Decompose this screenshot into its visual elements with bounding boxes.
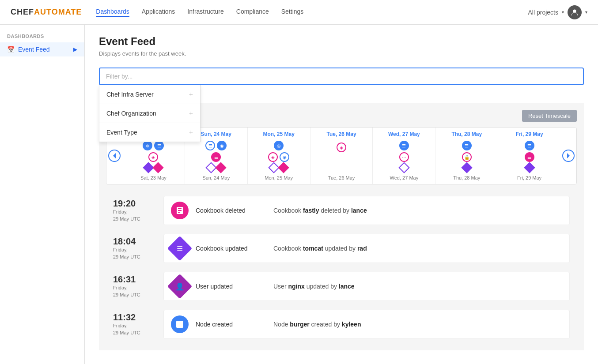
feed-entry-2: 👤 User updated User nginx updated by lan… — [163, 272, 570, 301]
nav-right: All projects ▾ ▾ — [528, 5, 587, 19]
event-icon: ☰ — [154, 141, 164, 150]
feed-event-name-2: User updated — [196, 283, 266, 290]
event-icon: ☰ — [399, 141, 409, 150]
filter-container: Chef Infra Server + Chef Organization + … — [99, 68, 584, 85]
cal-day-wed-27: Wed, 27 May ☰ ⋯ — [373, 128, 435, 184]
nav-dashboards[interactable]: Dashboards — [96, 8, 129, 17]
main-layout: DASHBOARDS 📅 Event Feed ▶ Event Feed Dis… — [0, 25, 598, 364]
cal-day-footer-thu: Thu, 28 May — [453, 175, 480, 180]
cal-day-footer-sun: Sun, 24 May — [202, 175, 230, 180]
feed-icon-user-updated: 👤 — [167, 274, 193, 299]
dropdown-label-chef-infra-server: Chef Infra Server — [106, 91, 154, 98]
cal-day-tue-26: Tue, 26 May ◈ Tue, 26 May — [310, 128, 373, 184]
projects-chevron-icon: ▾ — [562, 10, 564, 15]
event-icon: ◉ — [217, 141, 227, 150]
prev-nav-circle — [108, 150, 121, 162]
main-inner: Event Feed Displays events for the past … — [85, 25, 598, 364]
cal-day-footer-wed: Wed, 27 May — [390, 175, 419, 180]
logo[interactable]: CHEFAUTOMATE — [11, 8, 82, 17]
cal-day-footer-mon: Mon, 25 May — [265, 175, 293, 180]
cal-day-footer-tue: Tue, 26 May — [328, 175, 355, 180]
feed-time-hour-2: 16:31 — [113, 274, 155, 285]
feed-time-date-1: Friday, 29 May UTC — [113, 247, 155, 260]
filter-input[interactable] — [99, 68, 584, 85]
feed-time-3: 11:32 Friday, 29 May UTC — [106, 305, 155, 343]
feed-time-hour-1: 18:04 — [113, 236, 155, 247]
feed-event-name-3: Node created — [196, 321, 266, 328]
feed-section: 19:20 Friday, 29 May UTC Cookbook delete… — [106, 191, 577, 343]
feed-event-name-0: Cookbook deleted — [196, 207, 266, 214]
sidebar-item-label: Event Feed — [18, 46, 50, 53]
cal-day-mon-25: Mon, 25 May ◎ ◈ ◉ — [248, 128, 310, 184]
feed-time-date-3: Friday, 29 May UTC — [113, 323, 155, 336]
event-icon: ☰ — [525, 152, 534, 162]
sidebar-section-label: DASHBOARDS — [0, 34, 84, 42]
cal-events-wed: ☰ ⋯ — [375, 141, 433, 172]
cal-events-mon: ◎ ◈ ◉ — [250, 141, 308, 172]
feed-event-desc-3: Node burger created by kyleen — [273, 321, 361, 328]
event-icon: ☰ — [462, 141, 472, 150]
cal-day-header-thu: Thu, 28 May — [451, 131, 482, 137]
event-diamond-icon — [278, 162, 289, 173]
event-icon: ☰ — [211, 152, 221, 162]
feed-icon-node-created — [171, 315, 189, 333]
feed-event-desc-1: Cookbook tomcat updated by rad — [273, 245, 367, 252]
logo-automate: AUTOMATE — [34, 8, 82, 17]
feed-entry-3: Node created Node burger created by kyle… — [163, 310, 570, 339]
sidebar-expand-icon: ▶ — [73, 46, 77, 53]
dropdown-label-event-type: Event Type — [106, 129, 137, 136]
event-diamond-icon — [524, 162, 535, 173]
feed-time-1: 18:04 Friday, 29 May UTC — [106, 229, 155, 267]
nav-applications[interactable]: Applications — [142, 8, 175, 17]
cal-day-header-tue: Tue, 26 May — [326, 131, 356, 137]
event-icon: ☰ — [205, 141, 215, 150]
reset-timescale-button[interactable]: Reset Timescale — [522, 110, 577, 122]
event-icon: ⊕ — [143, 141, 152, 150]
feed-entry-0: Cookbook deleted Cookbook fastly deleted… — [163, 196, 570, 225]
feed-time-date-0: Friday, 29 May UTC — [113, 209, 155, 222]
user-chevron-icon: ▾ — [585, 10, 587, 15]
dropdown-plus-icon-2: + — [189, 128, 193, 136]
nav-infrastructure[interactable]: Infrastructure — [187, 8, 223, 17]
cal-day-fri-29: Fri, 29 May ☰ ☰ — [498, 128, 560, 184]
user-avatar[interactable] — [568, 5, 582, 19]
page-title: Event Feed — [99, 35, 584, 48]
event-diamond-icon — [153, 162, 164, 173]
feed-time-hour-3: 11:32 — [113, 312, 155, 323]
feed-entry-1: ☰ Cookbook updated Cookbook tomcat updat… — [163, 234, 570, 263]
event-icon: ☰ — [525, 141, 534, 150]
cal-day-header-mon: Mon, 25 May — [263, 131, 294, 137]
cal-events-fri: ☰ ☰ — [500, 141, 559, 172]
dropdown-item-chef-infra-server[interactable]: Chef Infra Server + — [99, 85, 200, 104]
event-icon: 🔒 — [462, 152, 472, 162]
sidebar-item-event-feed[interactable]: 📅 Event Feed ▶ — [0, 42, 84, 56]
event-diamond-icon — [216, 162, 227, 173]
feed-row-3: 11:32 Friday, 29 May UTC Node created — [106, 305, 577, 343]
dropdown-item-chef-organization[interactable]: Chef Organization + — [99, 104, 200, 123]
cal-day-footer-sat: Sat, 23 May — [140, 175, 167, 180]
event-icon: ◈ — [148, 152, 158, 162]
nav-settings[interactable]: Settings — [281, 8, 304, 17]
cal-day-header-sun: Sun, 24 May — [201, 131, 231, 137]
main-content: Event Feed Displays events for the past … — [85, 25, 598, 364]
sidebar: DASHBOARDS 📅 Event Feed ▶ — [0, 25, 85, 364]
cal-day-header-wed: Wed, 27 May — [388, 131, 420, 137]
feed-time-0: 19:20 Friday, 29 May UTC — [106, 191, 155, 229]
feed-row-0: 19:20 Friday, 29 May UTC Cookbook delete… — [106, 191, 577, 229]
feed-icon-cookbook-deleted — [171, 202, 189, 219]
event-diamond-icon — [398, 162, 409, 173]
projects-label[interactable]: All projects — [528, 9, 558, 16]
dropdown-plus-icon-0: + — [189, 90, 193, 98]
calendar-next-button[interactable] — [560, 128, 576, 184]
event-icon: ⋯ — [399, 152, 409, 162]
feed-event-name-1: Cookbook updated — [196, 245, 266, 252]
page-subtitle: Displays events for the past week. — [99, 50, 584, 57]
dropdown-plus-icon-1: + — [189, 109, 193, 117]
cal-day-header-fri: Fri, 29 May — [516, 131, 543, 137]
event-icon: ◎ — [274, 141, 284, 150]
dropdown-item-event-type[interactable]: Event Type + — [99, 123, 200, 142]
feed-icon-cookbook-updated: ☰ — [167, 236, 193, 261]
cal-events-tue: ◈ — [312, 141, 371, 172]
cal-events-thu: ☰ 🔒 — [437, 141, 496, 172]
nav-compliance[interactable]: Compliance — [236, 8, 269, 17]
